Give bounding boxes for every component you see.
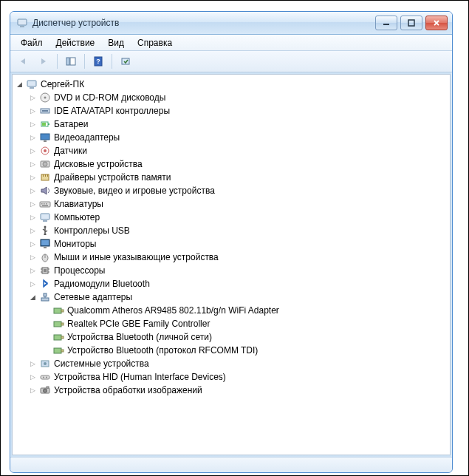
node-label: Сетевые адаптеры bbox=[54, 292, 132, 302]
tree-category[interactable]: ▷Устройства HID (Human Interface Devices… bbox=[14, 370, 448, 384]
maximize-button[interactable] bbox=[400, 16, 422, 30]
expander[interactable]: ▷ bbox=[27, 146, 38, 156]
tree-category[interactable]: ▷Видеоадаптеры bbox=[14, 131, 448, 144]
menu-help[interactable]: Справка bbox=[131, 36, 178, 50]
forward-button[interactable] bbox=[34, 52, 53, 70]
tree-category[interactable]: ▷IDE ATA/ATAPI контроллеры bbox=[14, 104, 448, 118]
expander[interactable]: ▷ bbox=[27, 186, 38, 196]
tree-category[interactable]: ▷Дисковые устройства bbox=[14, 157, 448, 171]
node-label: Устройства HID (Human Interface Devices) bbox=[54, 372, 226, 382]
back-button[interactable] bbox=[13, 52, 32, 70]
keyboard-icon bbox=[39, 198, 51, 210]
expander[interactable]: ▷ bbox=[27, 199, 38, 209]
triangle-right-icon: ▷ bbox=[30, 188, 35, 194]
menu-view[interactable]: Вид bbox=[102, 36, 130, 50]
expander[interactable]: ▷ bbox=[27, 159, 38, 169]
node-label: Мыши и иные указывающие устройства bbox=[54, 252, 219, 262]
triangle-right-icon: ▷ bbox=[30, 361, 35, 367]
tree-category[interactable]: ▷Компьютер bbox=[14, 211, 448, 224]
menubar: Файл Действие Вид Справка bbox=[10, 35, 452, 51]
expander[interactable]: ◢ bbox=[14, 79, 24, 89]
expander bbox=[41, 332, 51, 342]
titlebar[interactable]: Диспетчер устройств bbox=[10, 12, 452, 35]
expander[interactable]: ▷ bbox=[27, 239, 38, 249]
node-label: Батареи bbox=[54, 119, 88, 129]
toolbar-separator bbox=[112, 54, 112, 69]
statusbar bbox=[10, 457, 452, 472]
imaging-icon bbox=[39, 384, 51, 396]
expander[interactable]: ▷ bbox=[27, 212, 38, 222]
scan-hardware-button[interactable] bbox=[116, 52, 135, 70]
menu-file[interactable]: Файл bbox=[15, 36, 49, 50]
node-label: Драйверы устройств памяти bbox=[54, 172, 171, 183]
window-title: Диспетчер устройств bbox=[32, 18, 375, 28]
tree-category[interactable]: ▷Радиомодули Bluetooth bbox=[14, 277, 448, 290]
expander[interactable]: ▷ bbox=[27, 132, 38, 143]
help-button[interactable]: ? bbox=[89, 52, 108, 70]
node-label: Системные устройства bbox=[54, 358, 149, 369]
triangle-right-icon: ▷ bbox=[30, 268, 35, 274]
arrow-right-icon bbox=[38, 56, 49, 67]
node-label: DVD и CD-ROM дисководы bbox=[54, 92, 165, 103]
tree-category[interactable]: ▷Клавиатуры bbox=[14, 197, 448, 211]
expander[interactable]: ▷ bbox=[27, 92, 38, 103]
device-tree[interactable]: ◢Сергей-ПК▷DVD и CD-ROM дисководы▷IDE AT… bbox=[12, 74, 451, 455]
computer-icon bbox=[26, 78, 38, 90]
node-label: Датчики bbox=[54, 146, 87, 156]
expander[interactable]: ▷ bbox=[27, 279, 38, 289]
usb-icon bbox=[39, 225, 51, 237]
tree-category[interactable]: ▷Датчики bbox=[14, 144, 448, 157]
expander[interactable]: ▷ bbox=[27, 358, 38, 369]
triangle-right-icon: ▷ bbox=[30, 214, 35, 221]
minimize-button[interactable] bbox=[375, 16, 397, 30]
svg-text:?: ? bbox=[96, 58, 100, 65]
tree-category[interactable]: ▷Контроллеры USB bbox=[14, 224, 448, 237]
expander[interactable]: ▷ bbox=[27, 385, 38, 395]
tree-device[interactable]: Устройство Bluetooth (протокол RFCOMM TD… bbox=[14, 344, 448, 357]
triangle-right-icon: ▷ bbox=[30, 228, 35, 234]
tree-category[interactable]: ▷Устройства обработки изображений bbox=[14, 384, 448, 397]
menu-action[interactable]: Действие bbox=[50, 36, 101, 50]
expander bbox=[41, 345, 51, 356]
memdrv-icon bbox=[39, 171, 51, 183]
tree-device[interactable]: Realtek PCIe GBE Family Controller bbox=[14, 317, 448, 330]
triangle-right-icon: ▷ bbox=[30, 174, 35, 181]
nic-icon bbox=[52, 344, 64, 356]
expander[interactable]: ▷ bbox=[27, 225, 38, 236]
tree-device[interactable]: Устройства Bluetooth (личной сети) bbox=[14, 330, 448, 344]
expander[interactable]: ▷ bbox=[27, 372, 38, 382]
expander[interactable]: ▷ bbox=[27, 119, 38, 129]
tree-category[interactable]: ▷DVD и CD-ROM дисководы bbox=[14, 91, 448, 104]
expander[interactable]: ▷ bbox=[27, 106, 38, 116]
node-label: Qualcomm Atheros AR9485 802.11b/g/n WiFi… bbox=[67, 305, 279, 316]
node-label: Компьютер bbox=[54, 212, 100, 222]
monitor-icon bbox=[39, 238, 51, 250]
tree-category[interactable]: ▷Мыши и иные указывающие устройства bbox=[14, 251, 448, 264]
tree-root[interactable]: ◢Сергей-ПК bbox=[14, 78, 448, 91]
node-label: Realtek PCIe GBE Family Controller bbox=[67, 319, 210, 329]
triangle-right-icon: ▷ bbox=[30, 108, 35, 115]
triangle-right-icon: ▷ bbox=[30, 135, 35, 141]
display-icon bbox=[39, 132, 51, 143]
tree-category[interactable]: ▷Системные устройства bbox=[14, 357, 448, 370]
close-button[interactable] bbox=[425, 16, 448, 30]
tree-category[interactable]: ▷Батареи bbox=[14, 118, 448, 131]
node-label: Видеоадаптеры bbox=[54, 132, 120, 143]
expander[interactable]: ▷ bbox=[27, 252, 38, 262]
tree-category[interactable]: ▷Процессоры bbox=[14, 264, 448, 277]
show-hide-tree-button[interactable] bbox=[61, 52, 81, 70]
tree-category[interactable]: ◢Сетевые адаптеры bbox=[14, 290, 448, 304]
expander[interactable]: ▷ bbox=[27, 265, 38, 276]
expander[interactable]: ▷ bbox=[27, 172, 38, 183]
node-label: Мониторы bbox=[54, 239, 96, 249]
node-label: Сергей-ПК bbox=[41, 79, 84, 89]
tree-category[interactable]: ▷Звуковые, видео и игровые устройства bbox=[14, 184, 448, 197]
tree-category[interactable]: ▷Драйверы устройств памяти bbox=[14, 171, 448, 184]
triangle-right-icon: ▷ bbox=[30, 148, 35, 154]
expander[interactable]: ◢ bbox=[27, 292, 38, 302]
node-label: Устройства обработки изображений bbox=[54, 385, 202, 395]
tree-device[interactable]: Qualcomm Atheros AR9485 802.11b/g/n WiFi… bbox=[14, 304, 448, 317]
node-label: Процессоры bbox=[54, 265, 106, 276]
cpu-icon bbox=[39, 265, 51, 276]
tree-category[interactable]: ▷Мониторы bbox=[14, 237, 448, 251]
